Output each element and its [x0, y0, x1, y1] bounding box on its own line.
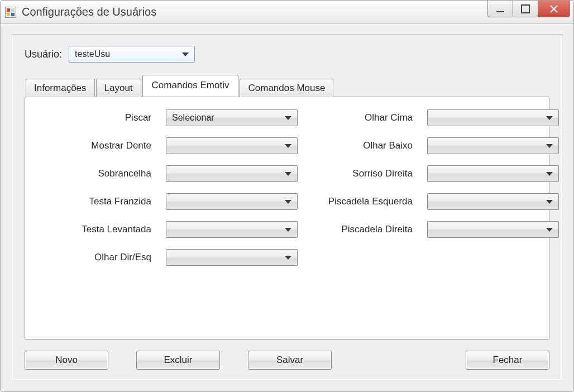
fechar-button[interactable]: Fechar [466, 351, 549, 370]
user-select-value: testeUsu [75, 49, 182, 59]
tab-comandos-mouse[interactable]: Comandos Mouse [240, 79, 333, 97]
emotiv-select-piscar[interactable]: Selecionar [166, 109, 298, 126]
empty [427, 257, 559, 258]
emotiv-grid: Piscar Selecionar Olhar Cima Mostrar Den… [40, 109, 534, 266]
emotiv-select-sorriso-direita[interactable] [427, 165, 559, 182]
emotiv-select-sobrancelha[interactable] [166, 165, 298, 182]
chevron-down-icon [285, 144, 291, 148]
chevron-down-icon [285, 172, 291, 176]
close-icon [549, 4, 558, 13]
maximize-button[interactable] [513, 1, 538, 17]
empty [312, 257, 413, 258]
emotiv-select-piscar-value: Selecionar [172, 113, 285, 123]
emotiv-label-testa-levantada: Testa Levantada [40, 224, 151, 235]
window-controls [488, 1, 570, 17]
chevron-down-icon [182, 52, 189, 56]
chevron-down-icon [546, 116, 553, 120]
tabstrip: Informações Layout Comandos Emotiv Coman… [25, 75, 549, 97]
emotiv-label-piscadela-direita: Piscadela Direita [312, 224, 413, 235]
tab-comandos-emotiv[interactable]: Comandos Emotiv [142, 75, 239, 97]
salvar-button[interactable]: Salvar [248, 351, 332, 370]
window: Configurações de Usuários Usuário: teste… [0, 0, 574, 392]
emotiv-select-olhar-cima[interactable] [427, 109, 559, 126]
chevron-down-icon [546, 200, 553, 204]
tab-layout[interactable]: Layout [96, 79, 141, 97]
close-button[interactable] [538, 1, 570, 17]
user-select[interactable]: testeUsu [69, 46, 195, 63]
emotiv-select-olhar-dir-esq[interactable] [166, 249, 298, 266]
emotiv-label-sorriso-direita: Sorriso Direita [312, 168, 413, 179]
emotiv-select-testa-franzida[interactable] [166, 193, 298, 210]
form-group: Usuário: testeUsu Informações Layout Com… [12, 34, 562, 380]
emotiv-label-olhar-cima: Olhar Cima [312, 112, 413, 123]
titlebar[interactable]: Configurações de Usuários [1, 1, 573, 24]
emotiv-select-mostrar-dente[interactable] [166, 137, 298, 154]
emotiv-select-olhar-baixo[interactable] [427, 137, 559, 154]
chevron-down-icon [285, 256, 291, 260]
emotiv-label-piscar: Piscar [40, 112, 151, 123]
minimize-button[interactable] [487, 1, 513, 17]
emotiv-label-olhar-baixo: Olhar Baixo [312, 140, 413, 151]
chevron-down-icon [285, 228, 291, 232]
tabpage-comandos-emotiv: Piscar Selecionar Olhar Cima Mostrar Den… [25, 97, 549, 340]
emotiv-label-testa-franzida: Testa Franzida [40, 196, 151, 207]
novo-button[interactable]: Novo [25, 351, 108, 370]
chevron-down-icon [546, 144, 553, 148]
emotiv-select-piscadela-esquerda[interactable] [427, 193, 559, 210]
emotiv-select-piscadela-direita[interactable] [427, 221, 559, 238]
chevron-down-icon [285, 200, 291, 204]
emotiv-label-piscadela-esquerda: Piscadela Esquerda [312, 196, 413, 207]
emotiv-select-testa-levantada[interactable] [166, 221, 298, 238]
app-icon [5, 7, 16, 18]
footer: Novo Excluir Salvar Fechar [25, 351, 549, 370]
emotiv-label-olhar-dir-esq: Olhar Dir/Esq [40, 252, 151, 263]
chevron-down-icon [546, 228, 553, 232]
user-row: Usuário: testeUsu [25, 46, 549, 63]
client-area: Usuário: testeUsu Informações Layout Com… [1, 24, 573, 391]
tab-informacoes[interactable]: Informações [26, 79, 95, 97]
excluir-button[interactable]: Excluir [136, 351, 220, 370]
chevron-down-icon [546, 172, 553, 176]
emotiv-label-sobrancelha: Sobrancelha [40, 168, 151, 179]
user-label: Usuário: [25, 49, 62, 60]
emotiv-label-mostrar-dente: Mostrar Dente [40, 140, 151, 151]
chevron-down-icon [285, 116, 291, 120]
